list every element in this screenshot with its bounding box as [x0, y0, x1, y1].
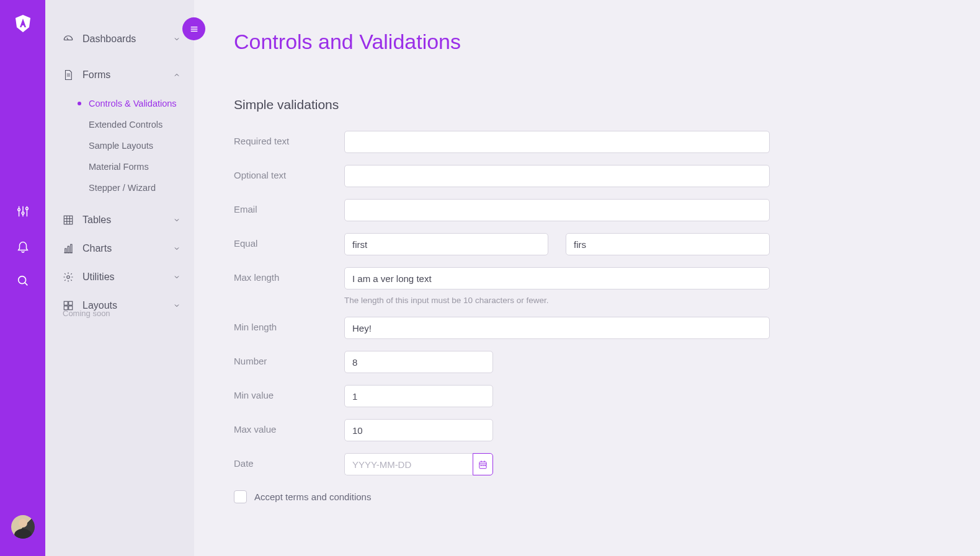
svg-rect-32: [481, 465, 482, 466]
svg-point-3: [22, 212, 24, 214]
email-label: Email: [234, 199, 344, 214]
equal-second-input[interactable]: [566, 233, 770, 255]
calendar-icon: [478, 460, 488, 469]
subitem-label: Material Forms: [89, 162, 149, 172]
max-length-label: Max length: [234, 267, 344, 283]
number-label: Number: [234, 351, 344, 366]
date-input[interactable]: [344, 453, 473, 475]
svg-point-5: [25, 208, 28, 210]
chevron-down-icon: [173, 245, 180, 252]
table-icon: [63, 214, 74, 226]
min-value-label: Min value: [234, 385, 344, 400]
min-length-input[interactable]: [344, 317, 770, 339]
sliders-icon[interactable]: [16, 205, 30, 218]
layouts-subtitle: Coming soon: [45, 309, 194, 318]
subitem-label: Extended Controls: [89, 120, 163, 130]
sidebar-item-label: Dashboards: [82, 33, 136, 45]
svg-rect-21: [68, 246, 69, 253]
sidebar-item-utilities[interactable]: Utilities: [45, 263, 194, 291]
svg-point-23: [67, 276, 70, 279]
svg-rect-22: [71, 244, 72, 253]
icon-rail: [0, 0, 45, 556]
sidebar-item-forms[interactable]: Forms: [45, 61, 194, 89]
sidebar-item-label: Utilities: [82, 271, 115, 283]
forms-subitems: Controls & Validations Extended Controls…: [45, 89, 194, 206]
document-icon: [63, 69, 74, 81]
search-icon[interactable]: [16, 274, 30, 288]
bell-icon[interactable]: [16, 239, 30, 253]
svg-line-7: [24, 283, 27, 285]
svg-rect-20: [65, 249, 66, 253]
section-title: Simple validations: [234, 97, 930, 112]
max-value-input[interactable]: [344, 419, 493, 441]
sidebar-subitem-stepper-wizard[interactable]: Stepper / Wizard: [45, 177, 194, 198]
shield-logo-icon: [16, 15, 30, 32]
subitem-label: Sample Layouts: [89, 141, 153, 151]
max-length-hint: The length of this input must be 10 char…: [344, 296, 770, 305]
required-text-label: Required text: [234, 131, 344, 146]
date-picker-button[interactable]: [473, 453, 493, 475]
bar-chart-icon: [63, 243, 74, 254]
gauge-icon: [63, 33, 74, 45]
sidebar-toggle-button[interactable]: [182, 17, 205, 40]
optional-text-input[interactable]: [344, 165, 770, 187]
min-value-input[interactable]: [344, 385, 493, 407]
email-input[interactable]: [344, 199, 770, 221]
optional-text-label: Optional text: [234, 165, 344, 180]
svg-point-1: [17, 208, 20, 211]
avatar[interactable]: [11, 515, 35, 539]
gear-icon: [63, 271, 74, 283]
date-label: Date: [234, 453, 344, 469]
sidebar-item-dashboards[interactable]: Dashboards: [45, 25, 194, 53]
min-length-label: Min length: [234, 317, 344, 332]
subitem-label: Stepper / Wizard: [89, 183, 156, 193]
sidebar-subitem-sample-layouts[interactable]: Sample Layouts: [45, 135, 194, 156]
required-text-input[interactable]: [344, 131, 770, 153]
subitem-label: Controls & Validations: [89, 99, 177, 108]
sidebar-subitem-material-forms[interactable]: Material Forms: [45, 156, 194, 177]
sidebar-item-charts[interactable]: Charts: [45, 234, 194, 263]
svg-point-6: [18, 276, 25, 284]
equal-label: Equal: [234, 233, 344, 249]
sidebar: Dashboards Forms Controls & Validations …: [45, 0, 194, 556]
page-title: Controls and Validations: [234, 30, 930, 54]
max-length-input[interactable]: [344, 267, 770, 289]
active-dot-icon: [78, 102, 81, 105]
svg-rect-33: [483, 465, 484, 466]
sidebar-item-label: Charts: [82, 243, 112, 254]
sidebar-item-label: Forms: [82, 69, 110, 81]
terms-checkbox[interactable]: [234, 490, 247, 503]
terms-label: Accept terms and conditions: [254, 492, 371, 502]
sidebar-subitem-extended-controls[interactable]: Extended Controls: [45, 114, 194, 135]
chevron-down-icon: [173, 35, 180, 43]
svg-rect-25: [69, 301, 73, 305]
equal-first-input[interactable]: [344, 233, 548, 255]
sidebar-subitem-controls-validations[interactable]: Controls & Validations: [45, 93, 194, 114]
svg-rect-34: [484, 465, 486, 466]
svg-rect-14: [64, 216, 73, 224]
svg-rect-24: [64, 301, 68, 305]
chevron-down-icon: [173, 302, 180, 309]
sidebar-item-tables[interactable]: Tables: [45, 206, 194, 234]
number-input[interactable]: [344, 351, 493, 373]
max-value-label: Max value: [234, 419, 344, 435]
chevron-down-icon: [173, 216, 180, 224]
main-content: Controls and Validations Simple validati…: [194, 0, 980, 556]
chevron-up-icon: [173, 71, 180, 79]
chevron-down-icon: [173, 273, 180, 281]
sidebar-item-label: Tables: [82, 214, 111, 226]
